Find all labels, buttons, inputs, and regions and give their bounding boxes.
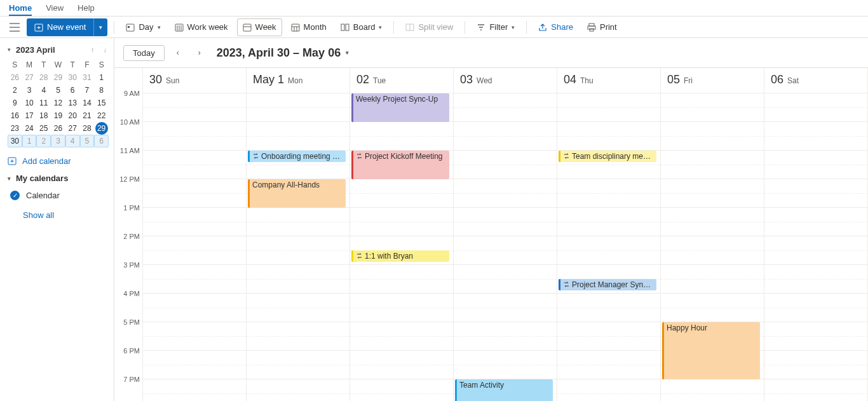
day-cells[interactable]: Team Activity xyxy=(454,93,557,401)
calendar-item[interactable]: Calendar xyxy=(8,188,109,203)
hour-cell[interactable] xyxy=(454,179,557,208)
print-button[interactable]: Print xyxy=(582,18,622,36)
new-event-dropdown[interactable]: ▾ xyxy=(93,18,107,36)
mini-cal-day[interactable]: 4 xyxy=(65,135,80,147)
mini-cal-day[interactable]: 29 xyxy=(95,122,108,135)
day-header[interactable]: 30Sun xyxy=(143,68,246,93)
view-week-button[interactable]: Week xyxy=(237,18,282,36)
mini-cal-day[interactable]: 25 xyxy=(36,122,51,135)
hour-cell[interactable] xyxy=(350,208,453,236)
hour-cell[interactable] xyxy=(661,122,764,151)
mini-cal-day[interactable]: 28 xyxy=(80,122,95,135)
day-cells[interactable]: Team disciplinary meetingProject Manager… xyxy=(557,93,660,401)
hour-cell[interactable] xyxy=(764,265,867,294)
hour-cell[interactable] xyxy=(764,322,867,351)
hour-cell[interactable] xyxy=(557,236,660,265)
hour-cell[interactable] xyxy=(764,379,867,401)
calendar-event[interactable]: Happy Hour xyxy=(662,322,760,379)
day-header[interactable]: 03Wed xyxy=(454,68,557,93)
hour-cell[interactable] xyxy=(661,265,764,294)
hour-cell[interactable] xyxy=(764,151,867,179)
hour-cell[interactable] xyxy=(764,122,867,151)
hour-cell[interactable] xyxy=(661,208,764,236)
hour-cell[interactable] xyxy=(350,351,453,379)
mini-cal-day[interactable]: 30 xyxy=(8,135,22,147)
calendar-event[interactable]: Project Kickoff Meeting xyxy=(351,151,449,179)
hour-cell[interactable] xyxy=(557,294,660,322)
mini-cal-day[interactable]: 27 xyxy=(22,71,37,84)
mini-cal-day[interactable]: 11 xyxy=(36,97,51,109)
mini-cal-day[interactable]: 9 xyxy=(8,97,22,109)
day-header[interactable]: 02Tue xyxy=(350,68,453,93)
mini-cal-day[interactable]: 28 xyxy=(36,71,51,84)
mini-cal-day[interactable]: 3 xyxy=(22,84,37,97)
today-button[interactable]: Today xyxy=(123,45,165,61)
hour-cell[interactable] xyxy=(143,379,246,401)
date-range-title[interactable]: 2023, April 30 – May 06 ▾ xyxy=(217,46,349,60)
mini-cal-day[interactable]: 23 xyxy=(8,122,22,135)
hour-cell[interactable] xyxy=(143,351,246,379)
mini-cal-day[interactable]: 13 xyxy=(65,97,80,109)
hour-cell[interactable] xyxy=(557,179,660,208)
hour-cell[interactable] xyxy=(454,351,557,379)
hour-cell[interactable] xyxy=(247,322,349,351)
hour-cell[interactable] xyxy=(557,322,660,351)
mini-cal-day[interactable]: 14 xyxy=(80,97,95,109)
next-month-arrow[interactable]: ↓ xyxy=(102,44,109,55)
mini-cal-day[interactable]: 16 xyxy=(8,109,22,122)
hour-cell[interactable] xyxy=(143,208,246,236)
mini-cal-day[interactable]: 31 xyxy=(80,71,95,84)
day-cells[interactable]: Weekly Project Sync-UpProject Kickoff Me… xyxy=(350,93,453,401)
hour-cell[interactable] xyxy=(143,179,246,208)
view-month-button[interactable]: Month xyxy=(286,18,332,36)
mini-cal-day[interactable]: 6 xyxy=(94,135,109,147)
hour-cell[interactable] xyxy=(661,379,764,401)
show-all-button[interactable]: Show all xyxy=(8,210,109,220)
filter-button[interactable]: Filter ▾ xyxy=(471,18,520,36)
hour-cell[interactable] xyxy=(247,208,349,236)
mini-cal-day[interactable]: 8 xyxy=(94,84,109,97)
mini-cal-day[interactable]: 12 xyxy=(51,97,65,109)
mini-cal-day[interactable]: 5 xyxy=(51,84,65,97)
mini-cal-day[interactable]: 30 xyxy=(65,71,80,84)
mini-cal-day[interactable]: 6 xyxy=(65,84,80,97)
hamburger-icon[interactable] xyxy=(6,19,23,36)
calendar-event[interactable]: Project Manager Sync Up xyxy=(559,279,656,290)
hour-cell[interactable] xyxy=(557,379,660,401)
hour-cell[interactable] xyxy=(454,208,557,236)
hour-cell[interactable] xyxy=(557,208,660,236)
hour-cell[interactable] xyxy=(350,122,453,151)
hour-cell[interactable] xyxy=(143,151,246,179)
hour-cell[interactable] xyxy=(350,322,453,351)
hour-cell[interactable] xyxy=(661,151,764,179)
hour-cell[interactable] xyxy=(247,265,349,294)
mini-cal-day[interactable]: 17 xyxy=(22,109,37,122)
mini-cal-day[interactable]: 3 xyxy=(51,135,65,147)
mini-cal-day[interactable]: 26 xyxy=(51,122,65,135)
hour-cell[interactable] xyxy=(764,179,867,208)
add-calendar-button[interactable]: Add calendar xyxy=(8,156,109,166)
mini-cal-day[interactable]: 1 xyxy=(22,135,37,147)
hour-cell[interactable] xyxy=(350,265,453,294)
mini-cal-day[interactable]: 19 xyxy=(51,109,65,122)
hour-cell[interactable] xyxy=(247,294,349,322)
mini-cal-day[interactable]: 2 xyxy=(8,84,22,97)
mini-cal-day[interactable]: 27 xyxy=(65,122,80,135)
hour-cell[interactable] xyxy=(350,379,453,401)
hour-cell[interactable] xyxy=(143,294,246,322)
hour-cell[interactable] xyxy=(661,93,764,122)
day-header[interactable]: May 1Mon xyxy=(247,68,349,93)
hour-cell[interactable] xyxy=(143,322,246,351)
new-event-button[interactable]: New event xyxy=(27,18,93,36)
day-header[interactable]: 04Thu xyxy=(557,68,660,93)
calendar-event[interactable]: Company All-Hands xyxy=(248,179,346,208)
hour-cell[interactable] xyxy=(143,236,246,265)
calendar-event[interactable]: Team disciplinary meeting xyxy=(559,151,656,162)
hour-cell[interactable] xyxy=(557,351,660,379)
mini-cal-day[interactable]: 26 xyxy=(8,71,22,84)
hour-cell[interactable] xyxy=(764,93,867,122)
day-cells[interactable] xyxy=(143,93,246,401)
mini-cal-day[interactable]: 2 xyxy=(36,135,51,147)
mini-cal-day[interactable]: 5 xyxy=(80,135,95,147)
prev-month-arrow[interactable]: ↑ xyxy=(89,44,97,55)
